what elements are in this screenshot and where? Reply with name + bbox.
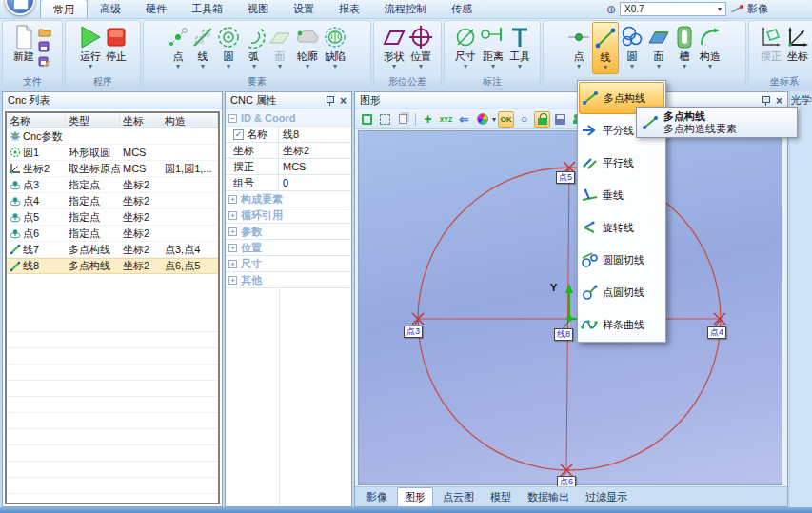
app-menu-button[interactable] <box>5 0 35 15</box>
crosshair-add-icon[interactable]: + <box>420 111 436 128</box>
close-icon[interactable]: × <box>776 96 782 106</box>
name-checkbox[interactable]: ✓ <box>233 129 244 140</box>
align-button[interactable]: 摆正 <box>758 22 784 74</box>
construct-point-button[interactable]: 点 ▾ <box>565 22 592 74</box>
view-tab[interactable]: 数据输出 <box>521 488 576 506</box>
line8-label[interactable]: 线8 <box>554 328 573 341</box>
point4-label[interactable]: 点4 <box>707 326 726 339</box>
collapse-icon[interactable]: − <box>228 114 237 123</box>
expand-icon[interactable]: + <box>228 260 237 268</box>
expand-icon[interactable]: + <box>228 244 237 252</box>
menu-item-rotated-line[interactable]: 旋转线 <box>579 211 664 244</box>
point5-label[interactable]: 点5 <box>556 171 575 184</box>
optics-panel-tab[interactable]: 光学 <box>790 91 812 507</box>
magnification-select[interactable]: X0.7 ▾ <box>620 2 726 16</box>
ribbon-tab[interactable]: 高级 <box>88 0 133 18</box>
stop-button[interactable]: 停止 <box>104 22 129 74</box>
save-view-icon[interactable] <box>552 111 568 128</box>
ribbon-tab[interactable]: 报表 <box>327 0 372 18</box>
dimension-button[interactable]: 尺寸 ▾ <box>452 22 479 74</box>
point-feature-button[interactable]: 点 ▾ <box>166 22 190 74</box>
table-row[interactable]: 线8 多点构线 坐标2 点6,点5 <box>7 258 218 274</box>
align-value[interactable]: MCS <box>279 159 351 174</box>
table-row[interactable]: 点6 指定点 坐标2 <box>7 226 218 242</box>
save-icon[interactable] <box>38 41 51 54</box>
column-header[interactable]: 坐标 <box>120 113 162 128</box>
select-arrow-icon[interactable]: ⇐ <box>456 111 472 128</box>
collapsed-section[interactable]: + 位置 <box>226 240 351 256</box>
construct-line-button[interactable]: 线 ▾ <box>592 22 619 74</box>
section-id-coord[interactable]: − ID & Coord <box>226 110 351 127</box>
column-header[interactable]: 构造 <box>162 113 218 128</box>
menu-item-perpendicular-line[interactable]: 垂线 <box>579 179 664 211</box>
defect-feature-button[interactable]: 缺陷 ▾ <box>322 22 348 74</box>
table-row[interactable]: 线7 多点构线 坐标2 点3,点4 <box>7 242 218 258</box>
plane-feature-button[interactable]: 面 ▾ <box>267 22 293 74</box>
ribbon-tab[interactable]: 流程控制 <box>372 0 439 18</box>
profile-feature-button[interactable]: 轮廓 ▾ <box>293 22 322 74</box>
view-tab[interactable]: 过滤显示 <box>579 488 634 506</box>
position-tolerance-button[interactable]: 位置 ▾ <box>407 22 434 74</box>
collapsed-section[interactable]: + 参数 <box>226 224 351 240</box>
tool-button[interactable]: 工具 ▾ <box>507 22 532 74</box>
expand-icon[interactable]: + <box>228 276 237 285</box>
column-header[interactable]: 类型 <box>66 113 120 128</box>
menu-item-spline-curve[interactable]: 样条曲线 <box>579 308 664 341</box>
color-wheel-icon[interactable] <box>474 111 490 128</box>
point3-label[interactable]: 点3 <box>404 326 423 338</box>
collapsed-section[interactable]: + 构成要素 <box>226 191 351 207</box>
circle-tool-icon[interactable]: ○ <box>516 111 532 128</box>
measure-pen-icon[interactable] <box>730 4 743 15</box>
table-row[interactable]: 点3 指定点 坐标2 <box>7 177 218 193</box>
ribbon-tab[interactable]: 视图 <box>235 0 281 18</box>
menu-item-parallel-line[interactable]: 平行线 <box>579 147 664 179</box>
name-value[interactable]: 线8 <box>279 127 351 142</box>
shape-tolerance-button[interactable]: 形状 ▾ <box>381 22 407 74</box>
property-row[interactable]: 摆正 MCS <box>226 159 351 175</box>
view-tab[interactable]: 影像 <box>360 488 394 506</box>
view-tab[interactable]: 模型 <box>484 488 518 506</box>
property-row[interactable]: 坐标 坐标2 <box>226 143 351 159</box>
fit-selection-icon[interactable] <box>377 111 393 128</box>
expand-icon[interactable]: + <box>228 195 237 204</box>
graphics-canvas[interactable]: Y 点5 点3 点4 点6 线8 <box>358 130 782 485</box>
new-file-button[interactable]: 新建 <box>11 22 36 74</box>
ribbon-tab[interactable]: 工具箱 <box>179 0 235 18</box>
pin-icon[interactable] <box>762 95 770 106</box>
copy-view-icon[interactable] <box>395 111 411 128</box>
expand-icon[interactable]: + <box>228 211 237 220</box>
menu-item-circle-circle-tangent[interactable]: 圆圆切线 <box>579 244 664 276</box>
table-row[interactable]: 圆1 环形取圆 MCS <box>7 145 218 161</box>
line-feature-button[interactable]: 线 ▾ <box>190 22 215 74</box>
expand-icon[interactable]: + <box>228 227 237 236</box>
coordinate-button[interactable]: 坐标 <box>784 22 811 74</box>
column-header[interactable]: 名称 <box>7 113 66 128</box>
menu-item-point-circle-tangent[interactable]: 点圆切线 <box>579 276 664 308</box>
view-tab[interactable]: 点云图 <box>436 488 481 506</box>
table-row[interactable]: 点5 指定点 坐标2 <box>7 209 218 226</box>
arc-feature-button[interactable]: 弧 ▾ <box>242 22 267 74</box>
table-row[interactable]: Cnc参数 <box>7 128 218 145</box>
coord-value[interactable]: 坐标2 <box>279 143 351 158</box>
pin-icon[interactable] <box>326 95 334 106</box>
collapsed-section[interactable]: + 尺寸 <box>226 256 351 272</box>
ribbon-tab[interactable]: 传感 <box>439 0 485 18</box>
run-button[interactable]: 运行 ▾ <box>77 22 104 74</box>
fit-view-icon[interactable] <box>359 111 375 128</box>
lock-view-icon[interactable] <box>534 111 550 128</box>
property-row[interactable]: 组号 0 <box>226 175 351 191</box>
group-number-value[interactable]: 0 <box>279 175 351 190</box>
open-folder-icon[interactable] <box>38 27 51 39</box>
construct-circle-button[interactable]: 圆 ▾ <box>619 22 645 74</box>
chevron-down-icon[interactable]: ▾ <box>492 115 496 124</box>
collapsed-section[interactable]: + 循环引用 <box>226 207 351 224</box>
circle-feature-button[interactable]: 圆 ▾ <box>215 22 242 74</box>
view-tab[interactable]: 图形 <box>397 487 433 507</box>
construct-plane-button[interactable]: 面 ▾ <box>645 22 672 74</box>
construct-construct-button[interactable]: 构造 ▾ <box>697 22 723 74</box>
ribbon-tab[interactable]: 硬件 <box>133 0 179 18</box>
save-as-icon[interactable] <box>38 56 51 69</box>
close-icon[interactable]: × <box>340 96 347 106</box>
collapsed-section[interactable]: + 其他 <box>226 272 351 288</box>
construct-slot-button[interactable]: 槽 ▾ <box>672 22 697 74</box>
